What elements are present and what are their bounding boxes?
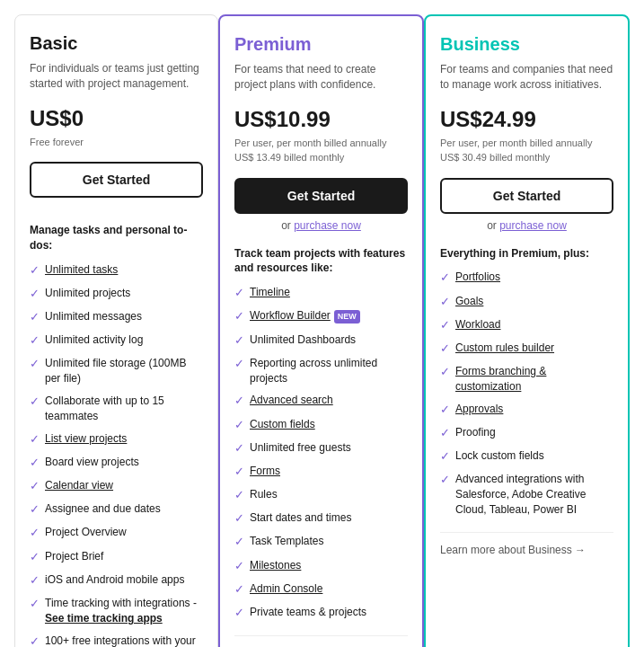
feature-text: Board view projects	[45, 455, 139, 470]
check-icon: ✓	[30, 262, 40, 279]
feature-link-basic-8[interactable]: Calendar view	[45, 479, 113, 492]
feature-text: Custom rules builder	[455, 341, 554, 356]
feature-link-premium-4[interactable]: Advanced search	[250, 394, 333, 406]
list-item: ✓Workflow BuilderNEW	[234, 308, 408, 324]
feature-list-basic: ✓Unlimited tasks✓Unlimited projects✓Unli…	[30, 262, 203, 647]
check-icon: ✓	[440, 294, 450, 310]
plan-desc-basic: For individuals or teams just getting st…	[30, 61, 203, 92]
check-icon: ✓	[440, 448, 450, 465]
list-item: ✓Forms branching & customization	[440, 364, 613, 394]
feature-text: Portfolios	[455, 270, 500, 285]
feature-text: Lock custom fields	[455, 448, 544, 464]
new-badge: NEW	[334, 310, 360, 324]
section-header-basic: Manage tasks and personal to-dos:	[30, 223, 203, 253]
list-item: ✓List view projects	[30, 431, 203, 448]
list-item: ✓Milestones	[234, 558, 408, 574]
check-icon: ✓	[234, 417, 244, 433]
get-started-button-business[interactable]: Get Started	[440, 178, 613, 214]
feature-text: 100+ free integrations with your favorit…	[45, 634, 203, 647]
feature-text: Start dates and times	[250, 510, 351, 526]
feature-text: Unlimited free guests	[250, 440, 351, 456]
feature-text: Admin Console	[250, 581, 322, 597]
check-icon: ✓	[30, 549, 40, 565]
check-icon: ✓	[234, 332, 244, 349]
plan-price-premium: US$10.99	[234, 107, 408, 132]
feature-text: Advanced search	[250, 393, 333, 408]
feature-link-premium-11[interactable]: Milestones	[250, 559, 301, 572]
list-item: ✓Collaborate with up to 15 teammates	[30, 394, 203, 424]
feature-link-premium-0[interactable]: Timeline	[250, 286, 290, 298]
check-icon: ✓	[30, 332, 40, 349]
feature-text: Rules	[250, 487, 278, 502]
learn-more-link-business[interactable]: Learn more about Business →	[440, 544, 586, 556]
check-icon: ✓	[440, 341, 450, 357]
plan-desc-premium: For teams that need to create project pl…	[234, 62, 408, 93]
list-item: ✓Proofing	[440, 425, 613, 441]
purchase-now-link-business[interactable]: purchase now	[499, 219, 567, 232]
feature-text: Project Brief	[45, 549, 103, 564]
list-item: ✓iOS and Android mobile apps	[30, 572, 203, 589]
section-header-premium: Track team projects with features and re…	[234, 246, 408, 277]
check-icon: ✓	[234, 605, 244, 621]
feature-link-premium-12[interactable]: Admin Console	[250, 582, 322, 595]
list-item: ✓Forms	[234, 464, 408, 480]
feature-link-premium-5[interactable]: Custom fields	[250, 418, 315, 430]
check-icon: ✓	[234, 581, 244, 598]
feature-link-business-4[interactable]: Forms branching & customization	[455, 365, 546, 393]
check-icon: ✓	[234, 308, 244, 324]
feature-link-business-1[interactable]: Goals	[455, 295, 483, 307]
list-item: ✓Goals	[440, 294, 613, 310]
list-item: ✓Custom fields	[234, 417, 408, 433]
feature-extra-link-basic-13[interactable]: See time tracking apps	[45, 612, 163, 625]
feature-text: Forms branching & customization	[455, 364, 613, 394]
feature-text: Unlimited messages	[45, 309, 142, 324]
check-icon: ✓	[234, 487, 244, 503]
list-item: ✓Lock custom fields	[440, 448, 613, 465]
feature-link-business-5[interactable]: Approvals	[455, 403, 503, 415]
feature-text: Collaborate with up to 15 teammates	[45, 394, 203, 424]
check-icon: ✓	[30, 394, 40, 410]
list-item: ✓Unlimited messages	[30, 309, 203, 325]
check-icon: ✓	[234, 464, 244, 480]
check-icon: ✓	[234, 356, 244, 372]
feature-link-business-0[interactable]: Portfolios	[455, 270, 500, 283]
list-item: ✓Timeline	[234, 285, 408, 301]
check-icon: ✓	[30, 431, 40, 448]
check-icon: ✓	[440, 270, 450, 286]
feature-text: Goals	[455, 294, 483, 309]
feature-link-business-2[interactable]: Workload	[455, 318, 500, 331]
purchase-now-link-premium[interactable]: purchase now	[294, 219, 361, 232]
plan-card-basic: BasicFor individuals or teams just getti…	[14, 14, 218, 647]
feature-list-business: ✓Portfolios✓Goals✓Workload✓Custom rules …	[440, 270, 613, 517]
check-icon: ✓	[30, 634, 40, 647]
plan-price-basic: US$0	[30, 106, 203, 131]
feature-link-basic-6[interactable]: List view projects	[45, 432, 127, 445]
plan-desc-business: For teams and companies that need to man…	[440, 62, 613, 93]
feature-link-basic-0[interactable]: Unlimited tasks	[45, 263, 118, 276]
check-icon: ✓	[30, 596, 40, 612]
check-icon: ✓	[30, 525, 40, 541]
feature-text: Unlimited file storage (100MB per file)	[45, 356, 203, 386]
feature-link-premium-7[interactable]: Forms	[250, 465, 280, 477]
feature-link-premium-1[interactable]: Workflow Builder	[250, 309, 331, 322]
feature-text: Timeline	[250, 285, 290, 300]
list-item: ✓Unlimited tasks	[30, 262, 203, 279]
feature-text: Project Overview	[45, 525, 127, 540]
list-item: ✓Unlimited projects	[30, 286, 203, 302]
feature-link-business-3[interactable]: Custom rules builder	[455, 341, 554, 354]
feature-list-premium: ✓Timeline✓Workflow BuilderNEW✓Unlimited …	[234, 285, 408, 621]
list-item: ✓Unlimited file storage (100MB per file)	[30, 356, 203, 386]
list-item: ✓Admin Console	[234, 581, 408, 598]
list-item: ✓Advanced search	[234, 393, 408, 409]
feature-text: Forms	[250, 464, 280, 479]
get-started-button-basic[interactable]: Get Started	[30, 162, 203, 198]
get-started-button-premium[interactable]: Get Started	[234, 178, 408, 214]
feature-text: Unlimited tasks	[45, 262, 118, 278]
list-item: ✓Start dates and times	[234, 510, 408, 527]
check-icon: ✓	[30, 501, 40, 518]
feature-text: Task Templates	[250, 534, 323, 549]
plan-price-business: US$24.99	[440, 107, 613, 132]
feature-text: Time tracking with integrations - See ti…	[45, 596, 203, 626]
feature-text: Unlimited Dashboards	[250, 332, 356, 348]
list-item: ✓Workload	[440, 317, 613, 333]
